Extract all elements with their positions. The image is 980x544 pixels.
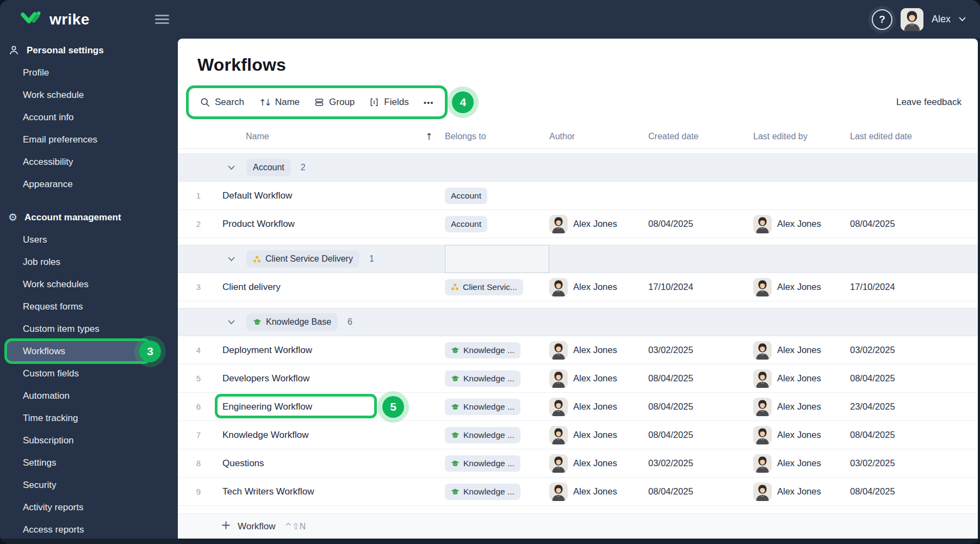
author-cell: Alex Jones [549,454,648,473]
sidebar-item-label: Profile [23,67,49,78]
author-cell: Alex Jones [549,369,648,388]
sidebar-item-label: Subscription [23,435,74,446]
belongs-to-pill[interactable]: Knowledge ... [445,455,520,472]
sidebar-item-subscription[interactable]: Subscription [0,429,178,452]
group-row[interactable]: Account2 [178,153,978,182]
editor-name: Alex Jones [777,458,821,468]
belongs-to-pill[interactable]: Knowledge ... [445,399,520,415]
column-header-label: Created date [648,132,699,141]
workflow-name[interactable]: Default Workflow [208,190,445,201]
row-number: 7 [178,430,208,440]
workflow-name[interactable]: Client delivery [208,282,445,293]
last-edited-by-cell: Alex Jones [753,341,850,360]
search-button[interactable]: Search [200,97,244,108]
sidebar-item-profile[interactable]: Profile [0,61,178,84]
cap-icon [253,318,262,326]
table-section-knowledge-base: Knowledge Base64Deployment WorkflowKnowl… [178,308,978,506]
help-icon[interactable]: ? [872,9,892,30]
cap-icon [451,431,460,440]
last-edited-by-cell: Alex Jones [753,426,850,444]
sort-by-name-button[interactable]: ↑↓Name [259,97,300,108]
row-number: 5 [178,374,208,383]
sidebar-item-work-schedules[interactable]: Work schedules [0,273,178,295]
column-header-last-edited-by[interactable]: Last edited by [753,132,850,141]
annotation-badge-5: 5 [377,391,409,423]
sidebar-item-work-schedule[interactable]: Work schedule [0,84,178,106]
table-row[interactable]: 3Client deliveryClient Servic...Alex Jon… [178,273,978,301]
sidebar-item-security[interactable]: Security [0,474,178,496]
belongs-to-pill[interactable]: Client Servic... [445,279,523,295]
group-pill[interactable]: Account [246,159,291,176]
group-pill[interactable]: Knowledge Base [246,313,338,331]
sidebar-item-request-forms[interactable]: Request forms [0,295,178,318]
belongs-to-pill[interactable]: Knowledge ... [445,370,520,387]
sort-ascending-icon[interactable]: ↑ [425,131,433,142]
belongs-to-pill[interactable]: Knowledge ... [445,484,520,500]
workflow-name[interactable]: Tech Writers Workflow [208,486,445,497]
editor-avatar [753,454,772,473]
row-number: 4 [178,345,208,355]
sidebar-item-job-roles[interactable]: Job roles [0,251,178,273]
column-header-author[interactable]: Author [549,132,648,141]
group-pill[interactable]: Client Service Delivery [246,250,359,268]
sidebar-item-account-info[interactable]: Account info [0,106,178,128]
workflow-name[interactable]: Developers Workflow [208,373,445,384]
sidebar-item-users[interactable]: Users [0,228,178,251]
user-name[interactable]: Alex [932,14,951,25]
leave-feedback-link[interactable]: Leave feedback [896,97,962,108]
workflow-name[interactable]: Product Workflow [208,219,445,230]
belongs-to-pill[interactable]: Knowledge ... [445,427,520,443]
fields-button[interactable]: Fields [369,97,408,108]
workflow-name[interactable]: Knowledge Workflow [208,430,445,441]
chevron-down-icon[interactable] [228,165,235,170]
group-row[interactable]: Client Service Delivery1 [178,245,978,273]
workflow-name[interactable]: Engineering Workflow [208,401,445,412]
table-row[interactable]: 8QuestionsKnowledge ...Alex Jones03/02/2… [178,449,978,478]
column-header-created-date[interactable]: Created date [648,132,753,141]
add-workflow-button[interactable]: Workflow [238,521,276,532]
sidebar-item-accessibility[interactable]: Accessibility [0,151,178,173]
table-row[interactable]: 5Developers WorkflowKnowledge ...Alex Jo… [178,364,978,393]
sidebar-item-workflows[interactable]: 3Workflows [0,340,178,362]
sidebar-item-activity-reports[interactable]: Activity reports [0,496,178,518]
chevron-down-icon[interactable] [959,17,966,22]
table-row[interactable]: 4Deployment WorkflowKnowledge ...Alex Jo… [178,336,978,364]
sidebar-item-appearance[interactable]: Appearance [0,173,178,195]
column-header-name[interactable]: Name↑ [208,131,445,142]
chevron-down-icon[interactable] [228,257,235,262]
last-edited-date: 08/04/2025 [850,219,978,229]
sidebar-item-time-tracking[interactable]: Time tracking [0,407,178,429]
sidebar-nav: Personal settingsProfileWork scheduleAcc… [0,39,178,539]
column-header-last-edited-date[interactable]: Last edited date [850,132,978,141]
last-edited-date: 08/04/2025 [850,373,978,384]
group-button[interactable]: Group [314,97,355,108]
wrike-logo[interactable]: wrike [0,10,90,29]
table-row[interactable]: 56Engineering WorkflowKnowledge ...Alex … [178,393,978,421]
more-options-button[interactable]: ••• [424,98,434,107]
workflow-name[interactable]: Questions [208,458,445,469]
belongs-to-label: Knowledge ... [463,430,514,440]
table-row[interactable]: 1Default WorkflowAccount [178,182,978,210]
user-avatar[interactable] [901,8,923,31]
belongs-to-pill[interactable]: Account [445,188,487,204]
workflow-name-label: Developers Workflow [222,373,309,384]
table-row[interactable]: 9Tech Writers WorkflowKnowledge ...Alex … [178,478,978,506]
sidebar-item-settings[interactable]: Settings [0,452,178,474]
hamburger-menu-icon[interactable] [155,13,169,25]
sidebar-item-label: Request forms [23,301,83,312]
editor-name: Alex Jones [777,345,821,355]
sidebar-item-email-preferences[interactable]: Email preferences [0,128,178,151]
belongs-to-pill[interactable]: Account [445,216,487,232]
last-edited-by-cell: Alex Jones [753,454,850,473]
group-row[interactable]: Knowledge Base6 [178,308,978,336]
table-row[interactable]: 2Product WorkflowAccountAlex Jones08/04/… [178,210,978,238]
belongs-to-pill[interactable]: Knowledge ... [445,342,520,358]
table-row[interactable]: 7Knowledge WorkflowKnowledge ...Alex Jon… [178,421,978,449]
column-header-belongs-to[interactable]: Belongs to [445,132,549,141]
sidebar-item-automation[interactable]: Automation [0,385,178,407]
workflow-name[interactable]: Deployment Workflow [208,345,445,356]
chevron-down-icon[interactable] [228,320,235,325]
sidebar-item-access-reports[interactable]: Access reports [0,518,178,539]
author-avatar [549,398,568,416]
annotation-badge-4: 4 [447,86,479,118]
